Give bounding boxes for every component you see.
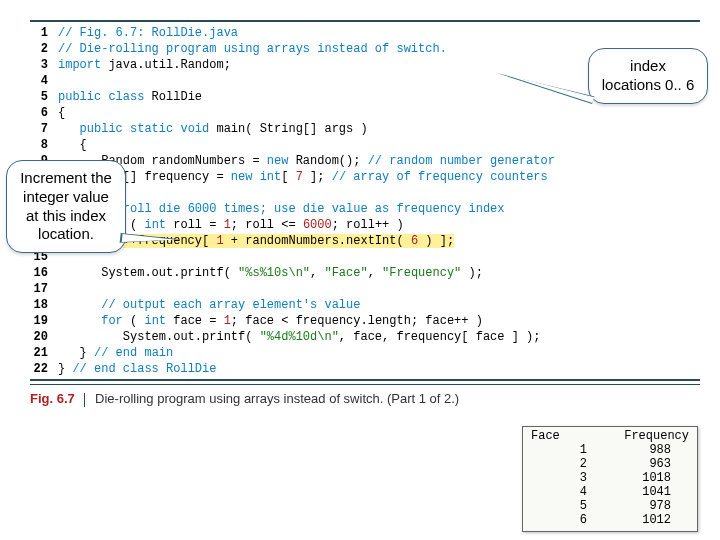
output-face: 4 (531, 485, 587, 499)
code-text: // output each array element's value (58, 297, 360, 313)
code-text: // Die-rolling program using arrays inst… (58, 41, 447, 57)
output-face: 3 (531, 471, 587, 485)
line-number: 2 (30, 41, 58, 57)
figure-label: Fig. 6.7 (30, 391, 75, 406)
line-number: 18 (30, 297, 58, 313)
code-text: // Fig. 6.7: RollDie.java (58, 25, 238, 41)
output-col2-header: Frequency (605, 429, 689, 443)
code-text: public class RollDie (58, 89, 202, 105)
line-number: 16 (30, 265, 58, 281)
output-row: 61012 (531, 513, 689, 527)
line-number: 8 (30, 137, 58, 153)
code-line: 10 int[] frequency = new int[ 7 ]; // ar… (30, 169, 700, 185)
code-text: } // end main (58, 345, 173, 361)
code-line: 15 (30, 249, 700, 265)
code-line: 17 (30, 281, 700, 297)
output-row: 5978 (531, 499, 689, 513)
code-text: System.out.printf( "%s%10s\n", "Face", "… (58, 265, 483, 281)
rule-mid1 (30, 379, 700, 381)
code-text: Random randomNumbers = new Random(); // … (58, 153, 555, 169)
output-freq: 978 (587, 499, 671, 513)
program-output: Face Frequency 1988296331018410415978610… (522, 426, 698, 532)
line-number: 19 (30, 313, 58, 329)
line-number: 21 (30, 345, 58, 361)
output-freq: 1041 (587, 485, 671, 499)
code-text: public static void main( String[] args ) (58, 121, 368, 137)
output-freq: 1018 (587, 471, 671, 485)
figure-caption: Fig. 6.7 Die-rolling program using array… (30, 385, 700, 407)
line-number: 17 (30, 281, 58, 297)
code-line: 11 (30, 185, 700, 201)
caption-bar (84, 393, 85, 407)
code-text: for ( int face = 1; face < frequency.len… (58, 313, 483, 329)
line-number: 20 (30, 329, 58, 345)
output-face: 6 (531, 513, 587, 527)
output-face: 1 (531, 443, 587, 457)
line-number: 7 (30, 121, 58, 137)
code-line: 1// Fig. 6.7: RollDie.java (30, 25, 700, 41)
output-freq: 1012 (587, 513, 671, 527)
output-freq: 963 (587, 457, 671, 471)
callout-increment: Increment the integer value at this inde… (6, 160, 126, 253)
output-row: 1988 (531, 443, 689, 457)
rule-top (30, 20, 700, 22)
callout-right-text: index locations 0.. 6 (602, 57, 695, 93)
figure-text: Die-rolling program using arrays instead… (95, 391, 459, 406)
output-face: 2 (531, 457, 587, 471)
callout-index-locations: index locations 0.. 6 (588, 48, 708, 104)
output-row: 31018 (531, 471, 689, 485)
output-col1-header: Face (531, 429, 587, 443)
code-line: 13 for ( int roll = 1; roll <= 6000; rol… (30, 217, 700, 233)
line-number: 3 (30, 57, 58, 73)
line-number: 1 (30, 25, 58, 41)
output-row: 2963 (531, 457, 689, 471)
code-line: 21 } // end main (30, 345, 700, 361)
line-number: 4 (30, 73, 58, 89)
code-line: 7 public static void main( String[] args… (30, 121, 700, 137)
callout-left-text: Increment the integer value at this inde… (20, 169, 112, 242)
code-line: 9 Random randomNumbers = new Random(); /… (30, 153, 700, 169)
output-freq: 988 (587, 443, 671, 457)
output-rows: 198829633101841041597861012 (531, 443, 689, 527)
code-line: 20 System.out.printf( "%4d%10d\n", face,… (30, 329, 700, 345)
code-line: 8 { (30, 137, 700, 153)
code-line: 6{ (30, 105, 700, 121)
output-face: 5 (531, 499, 587, 513)
code-line: 16 System.out.printf( "%s%10s\n", "Face"… (30, 265, 700, 281)
code-line: 18 // output each array element's value (30, 297, 700, 313)
code-line: 22} // end class RollDie (30, 361, 700, 377)
code-text: System.out.printf( "%4d%10d\n", face, fr… (58, 329, 541, 345)
code-text: { (58, 137, 87, 153)
code-text: { (58, 105, 65, 121)
code-line: 19 for ( int face = 1; face < frequency.… (30, 313, 700, 329)
code-text: int[] frequency = new int[ 7 ]; // array… (58, 169, 548, 185)
line-number: 5 (30, 89, 58, 105)
output-row: 41041 (531, 485, 689, 499)
output-header: Face Frequency (531, 429, 689, 443)
code-line: 12 // roll die 6000 times; use die value… (30, 201, 700, 217)
line-number: 22 (30, 361, 58, 377)
code-text: } // end class RollDie (58, 361, 216, 377)
code-text: import java.util.Random; (58, 57, 231, 73)
line-number: 6 (30, 105, 58, 121)
